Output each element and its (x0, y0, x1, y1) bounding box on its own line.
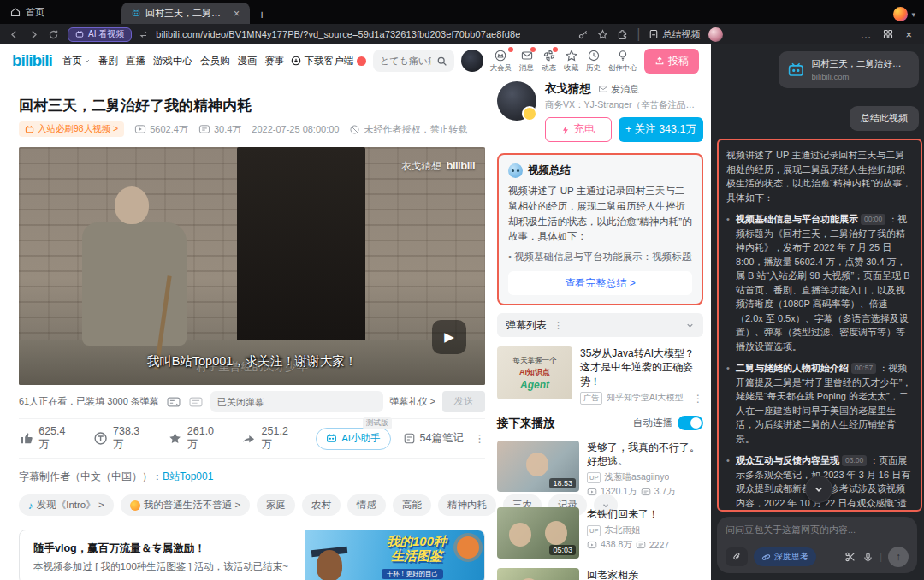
danmaku-settings-icon[interactable] (188, 394, 204, 410)
nav-vip-shop[interactable]: 会员购 (200, 55, 230, 68)
ad-card[interactable]: 每天掌握一个 AI知识点 Agent 35岁从Java转AI大模型？这才是中年逆… (497, 346, 703, 405)
video-player[interactable]: 衣戈猜想 bilibili 村子里曾经的天才少年 我叫B站Top001，求关注！… (19, 147, 485, 385)
danmaku-input[interactable] (217, 397, 376, 407)
tag[interactable]: 家庭 (257, 494, 295, 516)
danmaku-input-wrap[interactable] (210, 391, 383, 412)
tab-close-icon[interactable]: × (234, 8, 240, 20)
activity-banner[interactable]: 随手vlog，赢百万流量＆专属激励！ 本视频参加过 [ 我的100种生活图鉴 ]… (19, 530, 485, 580)
bilibili-logo[interactable]: bilibili (12, 51, 52, 70)
bookmark-star-icon[interactable] (597, 29, 608, 40)
search-box[interactable] (373, 50, 454, 72)
timestamp-chip[interactable]: 03:00 (842, 455, 867, 466)
video-title[interactable]: 受够了，我真的不行了。好想逃。 (587, 441, 703, 468)
ad-menu-icon[interactable]: ⋮ (693, 393, 703, 405)
video-title[interactable]: 回老家相亲 (587, 568, 703, 580)
more-actions-icon[interactable]: ⋮ (474, 432, 485, 445)
video-thumbnail[interactable]: 05:03 (497, 507, 579, 559)
uploader-avatar[interactable] (497, 81, 536, 121)
panel-grid-icon[interactable] (883, 29, 893, 39)
danmaku-etiquette-link[interactable]: 弹幕礼仪 > (390, 395, 435, 408)
menu-messages[interactable]: 消息 (519, 49, 534, 74)
favorite-button[interactable]: 261.0万 (168, 425, 222, 452)
nav-manga[interactable]: 漫画 (237, 55, 257, 68)
video-thumbnail[interactable]: 18:53 (497, 441, 579, 492)
view-full-summary-button[interactable]: 查看完整总结 > (508, 271, 692, 295)
attach-button[interactable] (726, 547, 748, 566)
nav-esports[interactable]: 赛事 (264, 55, 284, 68)
uploader-name[interactable]: 东北雨姐 (604, 524, 640, 536)
video-thumbnail[interactable]: 00:12 (497, 568, 579, 580)
browser-profile[interactable]: ▾ (893, 7, 915, 21)
video-title[interactable]: 老铁们回来了！ (587, 507, 703, 521)
swap-arrows-icon[interactable] (139, 29, 149, 39)
tab-active[interactable]: 回村三天，二舅治好了我 × (121, 3, 250, 24)
menu-favorites[interactable]: 收藏 (564, 49, 578, 74)
up-next-item[interactable]: 18:53 受够了，我真的不行了。好想逃。 UP浅葱喵asagiinyo 132… (497, 441, 703, 498)
timestamp-chip[interactable]: 00:00 (861, 214, 886, 225)
scroll-to-bottom-button[interactable] (805, 476, 832, 503)
source-page-card[interactable]: 回村三天，二舅治好了我的... bilibili.com (779, 51, 919, 88)
nav-home[interactable]: 首页 (62, 55, 91, 68)
send-button[interactable]: ↑ (888, 547, 909, 567)
hot-rank-badge[interactable]: 入站必刷98大视频 > (19, 121, 124, 137)
back-icon[interactable] (9, 29, 20, 40)
chevron-down-icon[interactable] (685, 321, 695, 330)
ai-watch-video-badge[interactable]: AI 看视频 (68, 27, 132, 42)
deep-think-toggle[interactable]: 深度思考 (754, 547, 816, 566)
menu-feed[interactable]: 动态 (542, 49, 556, 74)
chat-input[interactable] (726, 524, 909, 535)
tag-activity[interactable]: 我的普通生活不普通 > (121, 494, 250, 516)
danmaku-list-menu-icon[interactable]: ⋮ (554, 320, 563, 331)
tag[interactable]: 高能 (393, 494, 431, 516)
uploader-name[interactable]: 浅葱喵asagiinyo (604, 471, 669, 483)
up-next-item[interactable]: 00:12 回老家相亲 UP水乐姐 10.3万 43 (497, 568, 703, 580)
user-avatar[interactable] (461, 50, 483, 72)
ad-thumbnail[interactable]: 每天掌握一个 AI知识点 Agent (497, 346, 572, 399)
search-input[interactable] (380, 56, 431, 66)
panel-close-icon[interactable]: × (905, 28, 912, 41)
charge-button[interactable]: 充电 (545, 117, 612, 142)
reload-icon[interactable] (48, 29, 59, 40)
new-tab-button[interactable]: + (258, 9, 265, 21)
mic-icon[interactable] (862, 552, 874, 563)
tag[interactable]: 精神内耗 (438, 494, 496, 516)
notes-button[interactable]: 54篇笔记 (403, 431, 464, 446)
screenshot-scissors-icon[interactable] (844, 551, 856, 563)
timestamp-chip[interactable]: 00:57 (851, 363, 876, 374)
nav-game-center[interactable]: 游戏中心 (153, 55, 192, 68)
coin-button[interactable]: 738.3万 (93, 425, 147, 452)
tag[interactable]: 农村 (302, 494, 341, 516)
search-icon[interactable] (436, 56, 447, 67)
chat-input-card[interactable]: 深度思考 | ↑ (717, 517, 917, 573)
ad-title[interactable]: 35岁从Java转AI大模型？这才是中年逆袭的正确姿势！ (580, 346, 703, 388)
extension-icon[interactable] (617, 29, 628, 40)
url-text[interactable]: bilibili.com/video/BV1MN4y177PB/?vd_sour… (156, 29, 520, 39)
banner-art[interactable]: 我的100种 生活图鉴 干杯！更好的自己 (305, 530, 484, 580)
play-button[interactable]: ▶ (432, 320, 466, 354)
share-button[interactable]: 251.2万 (241, 425, 295, 452)
download-client-button[interactable]: 下载客户端 (291, 55, 366, 68)
panel-more-icon[interactable]: … (860, 28, 871, 41)
post-button[interactable]: 投稿 (644, 49, 699, 74)
message-link[interactable]: 发消息 (598, 83, 639, 96)
menu-history[interactable]: 历史 (586, 49, 601, 74)
extension-avatar[interactable] (708, 27, 723, 42)
menu-vip[interactable]: 大会员 (490, 49, 512, 74)
like-button[interactable]: 625.4万 (19, 425, 73, 452)
summarize-video-button[interactable]: 总结视频 (649, 28, 700, 41)
follow-button[interactable]: + 关注 343.1万 (619, 117, 703, 142)
tab-home[interactable]: 首页 (0, 0, 55, 24)
autoplay-toggle[interactable] (678, 416, 703, 430)
up-next-item[interactable]: 05:03 老铁们回来了！ UP东北雨姐 438.8万 2227 (497, 507, 703, 559)
ai-assistant-button[interactable]: 测试版 AI小助手 (316, 428, 390, 450)
subtitle-author-link[interactable]: B站Top001 (163, 471, 213, 482)
uploader-name[interactable]: 衣戈猜想 (545, 81, 591, 97)
key-icon[interactable] (578, 29, 589, 40)
nav-bangumi[interactable]: 番剧 (98, 55, 118, 68)
nav-live[interactable]: 直播 (126, 55, 145, 68)
send-danmaku-button[interactable]: 发送 (442, 391, 485, 412)
menu-creator-center[interactable]: 创作中心 (608, 49, 637, 74)
tag-music[interactable]: ♪发现《Intro》 > (19, 494, 114, 516)
danmaku-toggle-icon[interactable] (166, 394, 181, 410)
tag[interactable]: 情感 (347, 494, 386, 516)
